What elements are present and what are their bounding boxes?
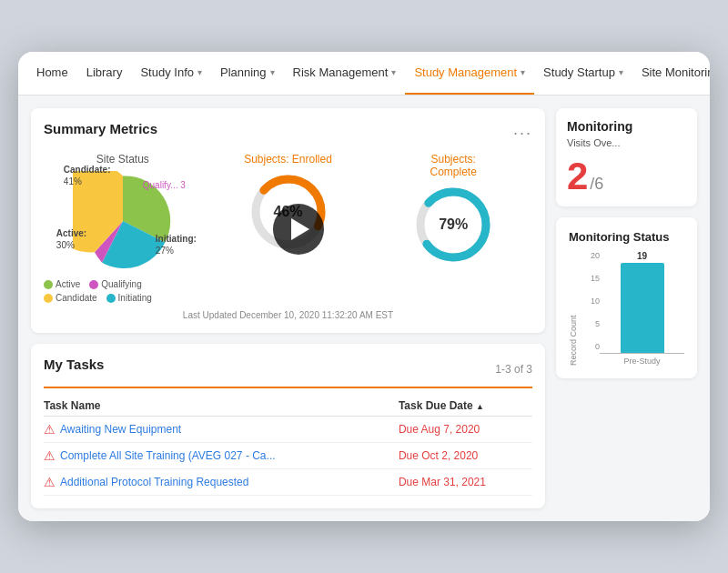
legend-dot-qualifying bbox=[89, 280, 98, 289]
legend-dot-active bbox=[44, 280, 53, 289]
chevron-down-icon: ▾ bbox=[521, 67, 525, 77]
monitoring-title: Monitoring bbox=[567, 119, 686, 134]
error-icon: ⚠ bbox=[44, 475, 56, 489]
bar-x-label: Pre-Study bbox=[623, 357, 660, 366]
legend-active: Active bbox=[44, 279, 80, 289]
nav-study-startup[interactable]: Study Startup ▾ bbox=[534, 52, 632, 96]
legend-dot-initiating bbox=[106, 294, 116, 303]
pie-annotation-candidate: Candidate:41% bbox=[64, 164, 111, 187]
task-link-3[interactable]: Additional Protocol Training Requested bbox=[60, 476, 248, 488]
nav-library[interactable]: Library bbox=[77, 52, 132, 96]
summary-header: Summary Metrics ··· bbox=[44, 121, 532, 146]
chevron-down-icon: ▾ bbox=[391, 67, 396, 77]
dots-menu[interactable]: ··· bbox=[513, 124, 532, 143]
main-content: Summary Metrics ··· Site Status Candidat… bbox=[18, 96, 710, 521]
legend-dot-candidate bbox=[44, 294, 53, 303]
pie-annotation-active: Active:30% bbox=[56, 227, 86, 251]
pie-legend: Active Qualifying Candidate bbox=[44, 279, 202, 303]
bar-value-label: 19 bbox=[637, 251, 647, 261]
last-updated: Last Updated December 10, 2020 11:32:20 … bbox=[44, 310, 532, 320]
col-task-name: Task Name bbox=[44, 396, 399, 417]
complete-label: Subjects: Complete bbox=[430, 153, 477, 178]
nav-risk-management[interactable]: Risk Management ▾ bbox=[284, 52, 406, 96]
task-name-cell: ⚠ Complete All Site Training (AVEG 027 -… bbox=[44, 448, 399, 463]
task-name-cell: ⚠ Additional Protocol Training Requested bbox=[44, 475, 399, 489]
complete-percent: 79% bbox=[439, 216, 468, 233]
bar-axis-line bbox=[600, 353, 684, 354]
play-overlay[interactable] bbox=[273, 204, 324, 255]
complete-donut-section: Subjects: Complete 79% bbox=[374, 153, 532, 266]
task-name-cell: ⚠ Awaiting New Equipment bbox=[44, 422, 399, 437]
right-column: Monitoring Visits Ove... 2 /6 Monitoring… bbox=[556, 108, 697, 508]
nav-site-monitoring[interactable]: Site Monitoring bbox=[632, 52, 710, 96]
summary-metrics-card: Summary Metrics ··· Site Status Candidat… bbox=[31, 108, 545, 333]
table-row: ⚠ Complete All Site Training (AVEG 027 -… bbox=[44, 443, 532, 469]
chevron-down-icon: ▾ bbox=[619, 67, 623, 77]
tasks-title: My Tasks bbox=[44, 357, 104, 372]
legend-qualifying: Qualifying bbox=[89, 279, 141, 289]
monitoring-number-row: 2 /6 bbox=[567, 157, 686, 196]
task-link-1[interactable]: Awaiting New Equipment bbox=[60, 423, 181, 436]
legend-initiating: Initiating bbox=[106, 293, 152, 303]
due-date-1: Due Aug 7, 2020 bbox=[399, 417, 532, 443]
tasks-orange-line bbox=[44, 387, 532, 388]
chevron-down-icon: ▾ bbox=[270, 67, 275, 77]
monitoring-subtitle: Visits Ove... bbox=[567, 137, 686, 148]
task-link-2[interactable]: Complete All Site Training (AVEG 027 - C… bbox=[60, 449, 276, 462]
device-frame: Home Library Study Info ▾ Planning ▾ Ris… bbox=[18, 52, 710, 521]
col-due-date[interactable]: Task Due Date bbox=[399, 396, 532, 417]
nav-study-management[interactable]: Study Management ▾ bbox=[405, 52, 534, 96]
monitoring-visits-card: Monitoring Visits Ove... 2 /6 bbox=[556, 108, 697, 206]
nav-bar: Home Library Study Info ▾ Planning ▾ Ris… bbox=[18, 52, 710, 96]
complete-donut: 79% bbox=[412, 184, 494, 266]
pie-annotation-qualify: Qualify... 3 bbox=[143, 180, 186, 190]
error-icon: ⚠ bbox=[44, 422, 56, 437]
table-row: ⚠ Additional Protocol Training Requested… bbox=[44, 469, 532, 496]
tasks-count: 1-3 of 3 bbox=[495, 363, 532, 376]
bar-rect bbox=[621, 263, 664, 353]
legend-candidate: Candidate bbox=[44, 293, 97, 303]
nav-home[interactable]: Home bbox=[27, 52, 77, 96]
tasks-table: Task Name Task Due Date ⚠ bbox=[44, 396, 532, 496]
monitoring-big-number: 2 bbox=[567, 157, 588, 196]
due-date-2: Due Oct 2, 2020 bbox=[399, 443, 532, 469]
chevron-down-icon: ▾ bbox=[197, 67, 202, 77]
monitoring-suffix: /6 bbox=[590, 175, 603, 194]
summary-title: Summary Metrics bbox=[44, 121, 157, 136]
nav-study-info[interactable]: Study Info ▾ bbox=[131, 52, 211, 96]
nav-planning[interactable]: Planning ▾ bbox=[211, 52, 284, 96]
pie-section: Site Status Candidate:41% Qualify... 3 A… bbox=[44, 153, 202, 303]
table-row: ⚠ Awaiting New Equipment Due Aug 7, 2020 bbox=[44, 417, 532, 443]
due-date-3: Due Mar 31, 2021 bbox=[399, 469, 532, 496]
pie-annotation-initiating: Initiating:27% bbox=[156, 233, 197, 256]
my-tasks-card: My Tasks 1-3 of 3 Task Name Task Due Dat… bbox=[31, 344, 545, 508]
bar-chart-inner: 20 15 10 5 0 19 Pre-Study bbox=[580, 251, 684, 366]
y-axis-ticks: 20 15 10 5 0 bbox=[580, 251, 600, 351]
enrolled-label: Subjects: Enrolled bbox=[244, 153, 332, 166]
left-column: Summary Metrics ··· Site Status Candidat… bbox=[31, 108, 545, 508]
monitoring-status-card: Monitoring Status Record Count 20 15 10 … bbox=[556, 217, 697, 378]
bar-chart-wrapper: Record Count 20 15 10 5 0 19 bbox=[569, 251, 684, 366]
y-axis-label: Record Count bbox=[569, 275, 578, 366]
bar-column: 19 Pre-Study bbox=[600, 251, 684, 366]
tasks-header: My Tasks 1-3 of 3 bbox=[44, 357, 532, 381]
play-button[interactable] bbox=[273, 204, 324, 255]
monitoring-status-title: Monitoring Status bbox=[569, 230, 684, 244]
error-icon: ⚠ bbox=[44, 448, 56, 463]
